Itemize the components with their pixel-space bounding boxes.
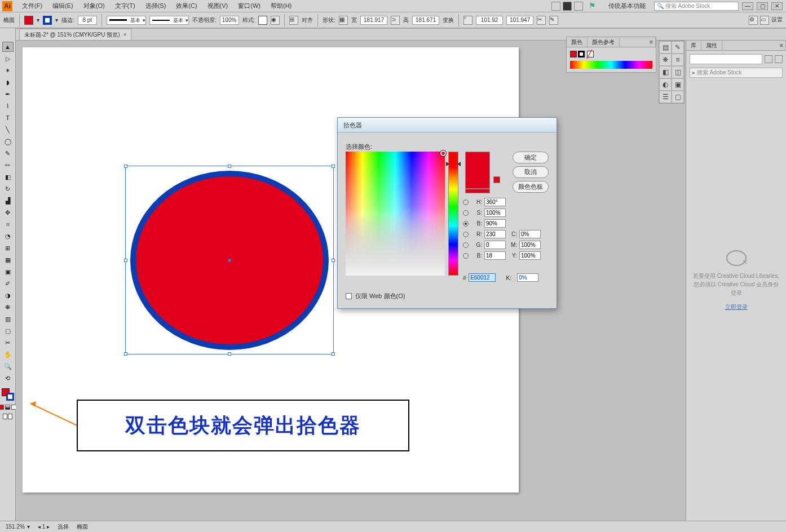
hue-slider-pointer-icon[interactable] (446, 162, 461, 166)
symbol-sprayer-tool[interactable]: ❋ (2, 302, 14, 312)
artboard-tool[interactable]: ▢ (2, 326, 14, 336)
menu-window[interactable]: 窗口(W) (233, 2, 266, 10)
zoom-dropdown-icon[interactable]: ▾ (27, 524, 30, 530)
perspective-tool[interactable]: ⊞ (2, 243, 14, 253)
pref-icon[interactable]: ⚙ (749, 16, 758, 25)
y-input[interactable]: 101.947 (506, 16, 533, 25)
input-g[interactable] (484, 241, 506, 249)
hex-input[interactable] (469, 273, 496, 282)
screen-mode-normal-icon[interactable] (3, 414, 7, 419)
input-s[interactable] (484, 209, 506, 217)
menu-object[interactable]: 对象(O) (78, 2, 110, 10)
handle-nw[interactable] (124, 165, 127, 168)
direct-selection-tool[interactable]: ▷ (2, 54, 14, 64)
dock-stroke-icon[interactable]: ≡ (672, 54, 684, 66)
magic-wand-tool[interactable]: ✶ (2, 65, 14, 76)
menu-effect[interactable]: 效果(C) (171, 2, 202, 10)
grid-icon[interactable] (574, 2, 583, 11)
align-panel-icon[interactable]: ⊞ (289, 16, 298, 25)
stroke-swatch[interactable] (43, 16, 52, 25)
handle-w[interactable] (124, 259, 127, 262)
input-b2[interactable] (484, 251, 506, 260)
color-spectrum[interactable] (346, 152, 445, 276)
slice-tool[interactable]: ✂ (2, 338, 14, 348)
input-m[interactable] (519, 241, 541, 249)
panel-none-swatch[interactable]: ╱ (587, 51, 594, 57)
pen-tool[interactable]: ✒ (2, 89, 14, 99)
hand-tool[interactable]: ✋ (2, 349, 14, 360)
panel-stroke-swatch[interactable] (578, 51, 585, 57)
gradient-tool[interactable]: ▣ (2, 267, 14, 277)
doc-arrange-icon[interactable] (551, 2, 560, 11)
dock-graphic-styles-icon[interactable]: ▣ (672, 78, 684, 91)
input-r[interactable] (484, 230, 506, 238)
cancel-button[interactable]: 取消 (513, 166, 549, 178)
handle-sw[interactable] (124, 352, 127, 356)
dock-layers-icon[interactable]: ☰ (659, 91, 672, 103)
brush-dropdown[interactable]: 基本▾ (149, 16, 189, 25)
stroke-weight-input[interactable]: 8 pt (78, 16, 97, 25)
dock-symbols-icon[interactable]: ❋ (659, 54, 672, 66)
color-panel-tab-color[interactable]: 颜色 (567, 37, 588, 47)
library-list-view-icon[interactable] (765, 55, 772, 63)
rotate-tool[interactable]: ↻ (2, 184, 14, 194)
library-signin-link[interactable]: 立即登录 (692, 303, 780, 311)
eraser-tool[interactable]: ◧ (2, 172, 14, 182)
dock-brushes-icon[interactable]: ✎ (672, 41, 684, 54)
dock-gradient-icon[interactable]: ◧ (659, 66, 672, 78)
color-panel-tab-guide[interactable]: 颜色参考 (588, 37, 620, 47)
close-button[interactable]: ✕ (771, 2, 783, 10)
lasso-tool[interactable]: ◗ (2, 77, 14, 87)
dock-swatches-icon[interactable]: ▤ (659, 41, 672, 54)
spectrum-marker-icon[interactable] (440, 150, 446, 156)
panel-fill-swatch[interactable] (570, 51, 577, 57)
stroke-indicator[interactable] (6, 393, 14, 401)
status-artboard-nav[interactable]: ◂ 1 ▸ (38, 524, 50, 530)
input-y[interactable] (519, 251, 541, 260)
isolate-icon[interactable]: ✂ (537, 16, 546, 25)
radio-g[interactable] (463, 242, 469, 248)
ellipse-object[interactable] (130, 171, 329, 350)
radio-s[interactable] (463, 210, 469, 216)
corner-icon[interactable]: ⌜ (463, 16, 473, 25)
panel-menu-icon[interactable]: ≡ (647, 37, 656, 47)
width-input[interactable]: 181.917 (360, 16, 387, 25)
hue-slider[interactable] (448, 152, 458, 276)
input-k[interactable] (517, 273, 538, 282)
height-input[interactable]: 181.671 (412, 16, 439, 25)
stroke-dropdown-icon[interactable]: ▾ (55, 17, 58, 23)
color-mode-icon[interactable] (0, 405, 4, 410)
pencil-tool[interactable]: ✏ (2, 160, 14, 170)
zoom-tool[interactable]: 🔍 (2, 361, 14, 371)
web-only-checkbox[interactable]: 仅限 Web 颜色(O) (346, 292, 405, 300)
handle-e[interactable] (332, 259, 335, 262)
library-dropdown[interactable] (690, 54, 762, 64)
menu-help[interactable]: 帮助(H) (266, 2, 297, 10)
out-of-gamut-icon[interactable] (493, 176, 500, 183)
scale-tool[interactable]: ▟ (2, 196, 14, 206)
style-swatch[interactable] (258, 16, 267, 25)
selection-tool[interactable]: ▲ (2, 42, 14, 52)
handle-n[interactable] (228, 165, 231, 168)
radio-b2[interactable] (463, 253, 469, 259)
menu-edit[interactable]: 编辑(E) (47, 2, 78, 10)
stock-search[interactable]: 🔍 搜索 Adobe Stock (654, 2, 739, 11)
library-grid-view-icon[interactable] (775, 55, 783, 63)
paintbrush-tool[interactable]: ✎ (2, 148, 14, 158)
x-input[interactable]: 101.92 (476, 16, 503, 25)
color-swatches-button[interactable]: 颜色色板 (513, 181, 549, 193)
dock-artboards-icon[interactable]: ▢ (672, 91, 684, 103)
line-tool[interactable]: ╲ (2, 125, 14, 135)
input-h[interactable] (484, 198, 506, 206)
workspace-switcher[interactable]: 传统基本功能 (603, 2, 651, 10)
panel-spectrum-strip[interactable] (570, 61, 652, 69)
minimize-button[interactable]: — (742, 2, 753, 10)
library-search[interactable]: ▸ 搜索 Adobe Stock (690, 68, 783, 78)
column-graph-tool[interactable]: ▥ (2, 314, 14, 324)
handle-ne[interactable] (332, 165, 335, 168)
fill-stroke-indicator[interactable] (2, 388, 14, 401)
fill-swatch[interactable] (24, 16, 33, 25)
opacity-input[interactable]: 100% (220, 16, 239, 25)
free-transform-tool[interactable]: ⌗ (2, 219, 14, 229)
gradient-mode-icon[interactable] (5, 405, 10, 410)
